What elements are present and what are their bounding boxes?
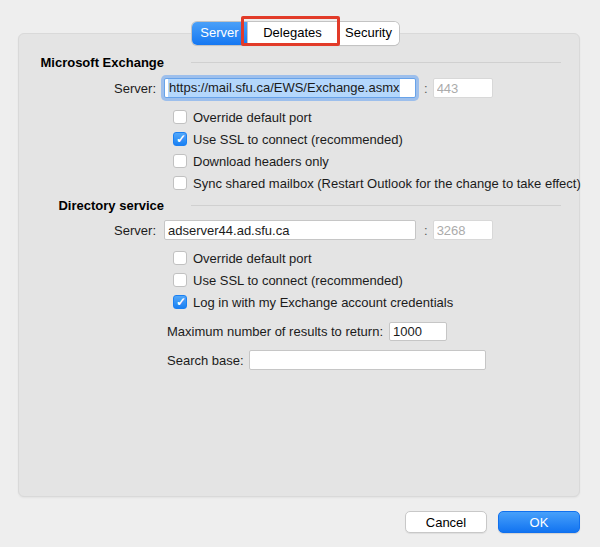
checkbox-row-dir-use-ssl: Use SSL to connect (recommended)	[173, 272, 600, 288]
checkbox-label: Sync shared mailbox (Restart Outlook for…	[193, 176, 581, 191]
selected-text: https://mail.sfu.ca/EWS/Exchange.asmx	[168, 78, 400, 98]
exchange-credentials-checkbox[interactable]	[173, 295, 187, 309]
tab-delegates[interactable]: Delegates	[247, 22, 337, 45]
checkbox-label: Use SSL to connect (recommended)	[193, 132, 403, 147]
exchange-server-row: Server: https://mail.sfu.ca/EWS/Exchange…	[19, 77, 571, 99]
exchange-section-header: Microsoft Exchange	[19, 54, 571, 71]
directory-server-label: Server:	[19, 223, 156, 238]
directory-server-row: Server: :	[19, 219, 571, 241]
checkbox-label: Use SSL to connect (recommended)	[193, 273, 403, 288]
ok-button[interactable]: OK	[498, 511, 580, 533]
directory-port-input[interactable]	[433, 220, 493, 240]
exchange-server-input[interactable]: https://mail.sfu.ca/EWS/Exchange.asmx	[164, 78, 416, 98]
checkbox-row-dir-override-port: Override default port	[173, 250, 600, 266]
checkbox-row-exchange-credentials: Log in with my Exchange account credenti…	[173, 294, 600, 310]
section-divider	[191, 205, 561, 206]
checkbox-row-download-headers: Download headers only	[173, 153, 600, 169]
dir-override-port-checkbox[interactable]	[173, 251, 187, 265]
exchange-port-input[interactable]	[433, 78, 493, 98]
max-results-row: Maximum number of results to return:	[167, 321, 600, 341]
checkbox-label: Override default port	[193, 110, 312, 125]
cancel-button[interactable]: Cancel	[405, 511, 487, 533]
directory-section-title: Directory service	[19, 198, 164, 213]
checkbox-row-use-ssl: Use SSL to connect (recommended)	[173, 131, 600, 147]
checkbox-label: Log in with my Exchange account credenti…	[193, 295, 453, 310]
server-settings-pane: Microsoft Exchange Server: https://mail.…	[18, 33, 580, 497]
tab-server[interactable]: Server	[192, 22, 247, 45]
search-base-row: Search base:	[167, 350, 600, 370]
use-ssl-checkbox[interactable]	[173, 132, 187, 146]
checkbox-label: Download headers only	[193, 154, 329, 169]
checkbox-row-sync-shared: Sync shared mailbox (Restart Outlook for…	[173, 175, 600, 191]
port-separator: :	[424, 81, 428, 96]
dir-use-ssl-checkbox[interactable]	[173, 273, 187, 287]
search-base-input[interactable]	[249, 350, 486, 370]
exchange-server-label: Server:	[19, 81, 156, 96]
exchange-section-title: Microsoft Exchange	[19, 55, 164, 70]
download-headers-checkbox[interactable]	[173, 154, 187, 168]
max-results-label: Maximum number of results to return:	[167, 324, 383, 339]
override-port-checkbox[interactable]	[173, 110, 187, 124]
sync-shared-mailbox-checkbox[interactable]	[173, 176, 187, 190]
tab-security[interactable]: Security	[337, 22, 399, 45]
account-settings-tabs: Server Delegates Security	[192, 22, 399, 45]
checkbox-label: Override default port	[193, 251, 312, 266]
directory-server-input[interactable]	[164, 220, 416, 240]
search-base-label: Search base:	[167, 353, 244, 368]
checkbox-row-override-port: Override default port	[173, 109, 600, 125]
max-results-input[interactable]	[389, 322, 447, 341]
section-divider	[191, 62, 561, 63]
port-separator: :	[424, 223, 428, 238]
directory-section-header: Directory service	[19, 197, 571, 214]
